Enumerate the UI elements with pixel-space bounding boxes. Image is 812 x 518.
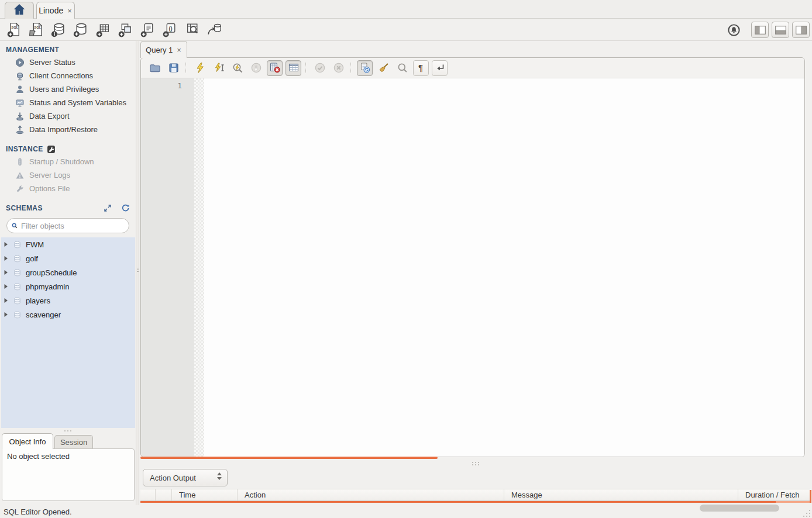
sidebar-item-label: Data Import/Restore [29, 125, 98, 134]
tab-query-1[interactable]: Query 1 × [140, 41, 187, 58]
schema-filter-input[interactable] [21, 222, 124, 230]
column-duration[interactable]: Duration / Fetch [738, 489, 810, 500]
schema-row-phpmyadmin[interactable]: phpmyadmin [1, 279, 135, 293]
column-label: Message [511, 491, 542, 499]
open-sql-script-button[interactable]: SQL [25, 20, 47, 39]
sidebar-item-label: Data Export [29, 112, 70, 120]
schema-row-scavenger[interactable]: scavenger [1, 308, 135, 322]
open-script-button[interactable] [147, 60, 163, 76]
tab-session[interactable]: Session [54, 435, 93, 449]
create-function-icon: () [161, 21, 178, 38]
find-button[interactable] [394, 60, 410, 76]
limit-rows-button[interactable] [285, 60, 301, 76]
reconnect-database-button[interactable] [203, 20, 225, 39]
expander-icon[interactable] [4, 270, 9, 275]
tab-object-info[interactable]: Object Info [2, 433, 53, 449]
notifications-icon[interactable] [727, 23, 741, 37]
query-editor: ¶ 1 [140, 57, 805, 457]
mysql-workbench-window: Linode × SQL SQL [0, 0, 812, 518]
create-view-button[interactable] [114, 20, 136, 39]
column-action[interactable]: Action [238, 489, 504, 500]
sidebar-item-label: Server Logs [29, 171, 70, 179]
commit-button[interactable] [312, 60, 328, 76]
stop-button[interactable] [248, 60, 264, 76]
rollback-button[interactable] [331, 60, 346, 76]
close-icon[interactable]: × [67, 7, 73, 15]
spinner-arrows-icon [217, 472, 222, 480]
open-sql-script-icon: SQL [28, 21, 45, 38]
sidebar-item-data-export[interactable]: Data Export [0, 109, 136, 123]
column-time[interactable]: Time [172, 489, 238, 500]
column-label: Time [179, 491, 195, 499]
sidebar-item-options-file[interactable]: Options File [0, 182, 136, 195]
server-status-icon [15, 58, 25, 67]
output-horizontal-scrollbar[interactable] [140, 501, 776, 503]
tab-home[interactable] [5, 2, 34, 19]
toggle-stop-on-error-button[interactable] [267, 60, 283, 76]
sql-text-area[interactable] [204, 78, 804, 457]
toggle-sidebar-button[interactable] [751, 22, 769, 38]
beautify-button[interactable] [376, 60, 391, 76]
db-inspector-button[interactable] [47, 20, 70, 39]
instance-title: INSTANCE [6, 145, 43, 153]
sidebar-splitter[interactable] [0, 428, 136, 433]
window-tab-bar: Linode × [0, 0, 812, 19]
schema-row-golf[interactable]: golf [1, 251, 135, 265]
search-table-data-button[interactable] [181, 20, 203, 39]
execute-bolt-icon [194, 61, 207, 74]
toolbar-separator [185, 63, 188, 73]
execute-button[interactable] [192, 60, 208, 76]
sidebar-item-client-connections[interactable]: Client Connections [0, 69, 136, 82]
create-schema-button[interactable] [70, 20, 92, 39]
new-sql-script-icon: SQL [6, 21, 23, 38]
expander-icon[interactable] [4, 241, 9, 247]
execute-current-icon [212, 61, 225, 74]
toggle-wrap-button[interactable] [432, 60, 448, 76]
client-connections-icon [15, 71, 25, 81]
schema-row-groupschedule[interactable]: groupSchedule [1, 265, 135, 279]
server-logs-icon [15, 171, 25, 180]
output-vertical-scrollbar[interactable] [810, 490, 811, 503]
tab-connection[interactable]: Linode × [36, 2, 75, 19]
sidebar-item-label: Options File [29, 184, 70, 193]
save-script-button[interactable] [166, 60, 181, 76]
schema-row-fwm[interactable]: FWM [1, 237, 135, 251]
column-message[interactable]: Message [504, 489, 738, 500]
explain-button[interactable] [229, 60, 245, 76]
column-status[interactable] [140, 489, 156, 500]
toggle-output-area-button[interactable] [772, 22, 789, 38]
sidebar-item-startup-shutdown[interactable]: Startup / Shutdown [0, 155, 136, 168]
main-horizontal-scrollbar-thumb[interactable] [700, 505, 779, 512]
editor-horizontal-scrollbar[interactable] [140, 457, 438, 459]
line-number: 1 [177, 81, 182, 90]
show-invisibles-button[interactable]: ¶ [413, 60, 429, 76]
execute-current-button[interactable] [211, 60, 226, 76]
toolbar-separator [350, 63, 353, 73]
sidebar-item-status-system-variables[interactable]: Status and System Variables [0, 96, 136, 109]
toggle-secondary-sidebar-button[interactable] [792, 22, 810, 38]
schema-row-players[interactable]: players [1, 293, 135, 308]
sidebar-item-server-logs[interactable]: Server Logs [0, 168, 136, 182]
sidebar-item-users-privileges[interactable]: Users and Privileges [0, 82, 136, 96]
toggle-autocommit-button[interactable] [357, 60, 373, 76]
new-sql-script-button[interactable]: SQL [3, 20, 25, 39]
expander-icon[interactable] [4, 312, 9, 317]
sidebar-item-data-import[interactable]: Data Import/Restore [0, 123, 136, 136]
create-function-button[interactable]: () [159, 20, 181, 39]
close-icon[interactable]: × [176, 46, 182, 54]
expander-icon[interactable] [4, 255, 9, 261]
output-view-selector[interactable]: Action Output [143, 469, 228, 486]
refresh-schemas-icon[interactable] [121, 204, 130, 212]
output-splitter[interactable] [139, 460, 812, 468]
svg-text:SQL: SQL [34, 26, 41, 29]
schema-filter[interactable] [6, 218, 129, 233]
expand-schemas-icon[interactable] [104, 204, 112, 212]
create-procedure-button[interactable] [136, 20, 159, 39]
column-index[interactable] [156, 489, 172, 500]
expander-icon[interactable] [4, 298, 9, 303]
window-resize-grip[interactable] [803, 508, 810, 517]
sidebar-item-server-status[interactable]: Server Status [0, 56, 136, 69]
find-magnifier-icon [396, 61, 409, 74]
create-table-button[interactable] [92, 20, 114, 39]
expander-icon[interactable] [4, 284, 9, 289]
